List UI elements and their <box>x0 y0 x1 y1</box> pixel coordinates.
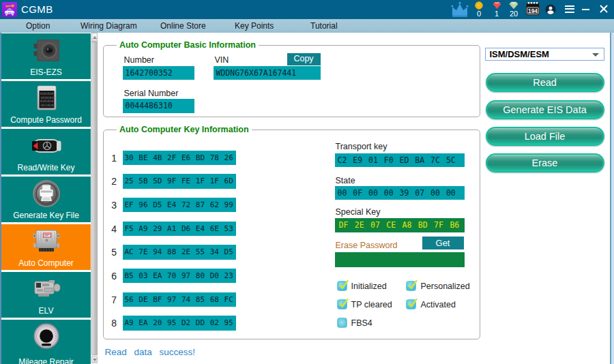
elv-icon <box>1 274 91 304</box>
scrollbar-up-button[interactable] <box>91 33 98 42</box>
sidebar-item-elv[interactable]: ELV <box>1 272 91 318</box>
key-row-index: 8 <box>109 318 117 329</box>
sidebar-item-label: Auto Computer <box>1 258 91 268</box>
coin-icon <box>475 1 483 10</box>
key-row-index: 7 <box>109 294 117 305</box>
key-row-index: 5 <box>109 247 117 258</box>
sidebar-item-auto-computer[interactable]: Auto Computer <box>1 224 91 270</box>
vin-field[interactable]: WDDNG76X67A167441 <box>214 66 321 80</box>
coin-count: 0 <box>471 10 487 18</box>
personalized-checkbox[interactable] <box>406 281 416 291</box>
tp-cleared-checkbox[interactable] <box>337 299 347 309</box>
sidebar-item-eis-ezs[interactable]: EIS-EZS <box>1 33 91 79</box>
generate-eis-data-button[interactable]: Generate EIS Data <box>486 100 604 119</box>
sidebar-item-read-write-key[interactable]: Read/Write Key <box>1 129 91 175</box>
vip-crown-icon[interactable] <box>450 1 469 17</box>
svg-text:01010101: 01010101 <box>40 92 55 95</box>
sidebar-item-generate-key-file[interactable]: Generate Key File <box>1 177 91 222</box>
sidebar-item-mileage-repair[interactable]: Mileage Repair <box>1 320 91 364</box>
calendar-days-icon[interactable]: 194 <box>526 1 540 16</box>
serial-number-field[interactable]: 0044486310 <box>123 99 194 113</box>
mileage-repair-icon <box>1 322 91 352</box>
special-key-field[interactable]: DF 2E 07 CE A8 BD 7F B6 <box>335 218 465 232</box>
app-window: CGMB 0 1 20 <box>0 0 614 364</box>
hamburger-menu-icon[interactable] <box>565 5 574 13</box>
key-row-index: 4 <box>109 224 117 234</box>
key-row-field[interactable]: AC 7E 94 88 2E 55 34 D5 <box>123 245 237 260</box>
ruby-count: 1 <box>488 10 505 18</box>
menu-bar: Option Wiring Diagram Online Store Key P… <box>0 19 614 33</box>
minimize-button[interactable] <box>582 9 589 10</box>
load-file-button[interactable]: Load File <box>486 127 604 146</box>
gem-stat[interactable]: 20 <box>506 1 522 18</box>
state-field[interactable]: 00 0F 00 00 39 07 00 00 <box>335 186 465 200</box>
main-panel: Auto Computer Basic Information Number 1… <box>98 33 611 364</box>
key-row-field[interactable]: F5 A9 29 A1 D6 E4 6E 53 <box>123 222 237 237</box>
key-row-field[interactable]: A9 EA 20 95 D2 DD 02 95 <box>123 316 237 331</box>
transport-key-field[interactable]: C2 E9 01 F0 ED BA 7C 5C <box>335 153 465 167</box>
scrollbar-down-button[interactable] <box>91 357 98 363</box>
sidebar-item-label: Mileage Repair <box>1 357 91 364</box>
sidebar-item-label: EIS-EZS <box>1 67 91 77</box>
scrollbar-thumb[interactable] <box>91 42 98 355</box>
read-write-key-icon <box>1 131 91 161</box>
vin-label: VIN <box>215 55 229 65</box>
user-account-icon[interactable] <box>545 4 556 15</box>
menu-key-points[interactable]: Key Points <box>235 19 274 33</box>
window-right-border <box>610 33 614 364</box>
key-row-field[interactable]: B5 03 EA 70 97 80 D0 23 <box>123 269 237 284</box>
sidebar-item-label: Generate Key File <box>1 211 91 220</box>
sidebar-item-label: Compute Password <box>1 115 91 125</box>
svg-text:10101010: 10101010 <box>40 96 55 100</box>
erase-password-field[interactable] <box>335 252 465 267</box>
key-row-field[interactable]: 30 BE 4B 2F E6 BD 78 26 <box>123 151 237 166</box>
menu-option[interactable]: Option <box>26 19 50 33</box>
auto-computer-icon <box>1 226 91 256</box>
number-field[interactable]: 1642700352 <box>123 66 194 80</box>
personalized-label: Personalized <box>421 282 470 291</box>
erase-button[interactable]: Erase <box>486 153 604 172</box>
ruby-stat[interactable]: 1 <box>488 1 505 18</box>
status-message: Read data success! <box>105 347 196 357</box>
transport-key-label: Transport key <box>336 142 388 151</box>
ruby-icon <box>493 1 501 10</box>
eis-ezs-icon <box>1 35 91 65</box>
state-label: State <box>336 176 355 185</box>
erase-password-label: Erase Password <box>336 241 398 250</box>
generate-key-file-icon <box>1 179 91 209</box>
basic-info-group: Auto Computer Basic Information Number 1… <box>103 45 480 117</box>
key-row-index: 3 <box>109 200 117 211</box>
coin-stat[interactable]: 0 <box>471 1 487 18</box>
copy-button[interactable]: Copy <box>287 53 321 65</box>
svg-text:01010101: 01010101 <box>40 100 55 103</box>
fbs4-label: FBS4 <box>351 318 372 328</box>
key-row-index: 6 <box>109 271 117 282</box>
module-selector[interactable]: ISM/DSM/ESM <box>485 48 604 61</box>
module-selector-value: ISM/DSM/ESM <box>490 48 549 60</box>
days-count: 194 <box>528 7 538 14</box>
app-logo-icon <box>2 2 17 17</box>
read-button[interactable]: Read <box>486 73 604 92</box>
app-body: EIS-EZS 01010101 10101010 01010101 <box>0 33 614 364</box>
menu-wiring-diagram[interactable]: Wiring Diagram <box>81 19 137 33</box>
gem-count: 20 <box>506 10 522 18</box>
key-row-field[interactable]: EF 96 D5 E4 72 87 62 99 <box>123 198 237 213</box>
fbs4-checkbox[interactable] <box>337 318 347 328</box>
serial-number-label: Serial Number <box>124 89 179 98</box>
sidebar-item-label: ELV <box>1 306 91 316</box>
app-title: CGMB <box>21 0 53 19</box>
initialized-checkbox[interactable] <box>337 281 347 291</box>
gem-icon <box>509 1 518 10</box>
get-button[interactable]: Get <box>422 237 464 249</box>
menu-tutorial[interactable]: Tutorial <box>310 19 338 33</box>
close-button[interactable] <box>600 5 608 13</box>
sidebar-scrollbar[interactable] <box>91 33 98 364</box>
key-row-index: 1 <box>109 153 117 164</box>
sidebar-item-compute-password[interactable]: 01010101 10101010 01010101 10110101 Comp… <box>1 81 91 127</box>
key-info-group: Auto Computer Key Information 1 30 BE 4B… <box>103 130 480 339</box>
key-row-field[interactable]: 56 DE BF 97 74 85 68 FC <box>123 292 237 307</box>
key-row-field[interactable]: 25 5B 5D 9F FE 1F 1F 6D <box>123 174 237 189</box>
menu-online-store[interactable]: Online Store <box>160 19 206 33</box>
activated-checkbox[interactable] <box>406 299 416 309</box>
initialized-label: Initialized <box>351 282 387 291</box>
